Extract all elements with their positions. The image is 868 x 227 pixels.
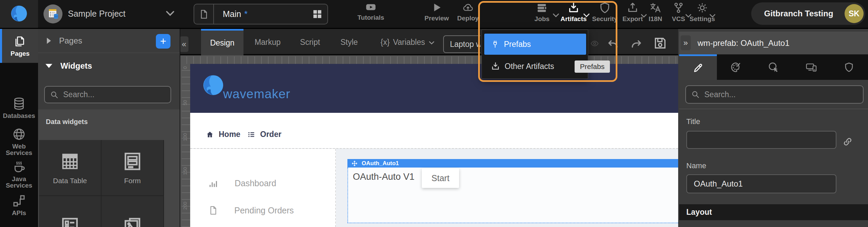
project-icon — [45, 6, 61, 22]
translate-icon — [649, 2, 662, 14]
properties-search-input[interactable]: Search... — [685, 85, 864, 104]
properties-panel: wm-prefab: OAuth_Auto1 » Search... Title… — [679, 29, 868, 227]
page-nav-bar: Home Order — [190, 113, 678, 148]
widget-search-input[interactable]: Search... — [44, 86, 171, 103]
tab-properties[interactable] — [679, 54, 717, 80]
vcs-button[interactable]: VCS — [668, 2, 689, 23]
tab-style[interactable]: Style — [337, 29, 361, 55]
widget-tile-form[interactable]: Form — [102, 140, 163, 195]
export-tray-icon — [627, 2, 638, 14]
ruler-number: 200 — [182, 202, 188, 210]
redo-icon[interactable] — [629, 37, 644, 50]
page-tab-main[interactable]: Main * — [194, 4, 328, 24]
save-icon[interactable] — [653, 36, 667, 50]
bind-link-icon[interactable] — [843, 137, 853, 147]
menu-item-pending-orders[interactable]: Pending Orders — [209, 205, 294, 215]
page-left-menu: Dashboard Pending Orders — [190, 149, 336, 227]
tab-design[interactable]: Design — [201, 29, 243, 55]
rail-item-java-services[interactable]: Java Services — [0, 160, 38, 189]
title-field-label: Title — [686, 117, 700, 126]
tab-styles[interactable] — [717, 54, 755, 80]
artifacts-button[interactable]: Artifacts — [559, 2, 589, 23]
top-toolbar: Sample Project Main * Tutorials Preview … — [0, 0, 868, 29]
rail-item-web-services[interactable]: Web Services — [0, 127, 38, 156]
undo-icon[interactable] — [606, 37, 620, 50]
project-name[interactable]: Sample Project — [68, 9, 126, 19]
expand-panel-button[interactable]: » — [681, 35, 691, 50]
list-icon — [59, 216, 80, 227]
page-layout-grid-icon[interactable] — [312, 9, 323, 19]
start-button[interactable]: Start — [422, 168, 459, 188]
rail-item-apis[interactable]: APIs — [0, 194, 38, 216]
settings-button[interactable]: Settings — [690, 2, 715, 23]
title-field[interactable] — [686, 131, 836, 149]
server-icon — [536, 2, 548, 14]
menu-item-dashboard[interactable]: Dashboard — [208, 178, 276, 188]
tab-markup[interactable]: Markup — [252, 29, 283, 55]
left-rail: Pages Databases Web Services Java Servic… — [0, 29, 38, 227]
tab-events[interactable] — [755, 54, 792, 80]
i18n-button[interactable]: I18N — [645, 2, 666, 23]
project-chevron-down-icon[interactable] — [165, 10, 175, 17]
menu-item-prefabs[interactable]: Prefabs — [484, 34, 586, 55]
eye-icon[interactable] — [590, 39, 599, 48]
wavemaker-studio: Sample Project Main * Tutorials Preview … — [0, 0, 868, 227]
menu-item-other-artifacts[interactable]: Other Artifacts — [484, 58, 586, 74]
widget-selection-label: OAuth_Auto1 — [362, 160, 399, 167]
wavemaker-logo[interactable] — [0, 0, 38, 28]
plug-icon — [491, 40, 499, 49]
wavemaker-wave-icon — [10, 4, 29, 23]
play-icon — [432, 2, 442, 13]
pencil-icon — [693, 63, 704, 73]
variables-x-icon: {x} — [380, 38, 390, 47]
widget-tile-data-table[interactable]: Data Table — [39, 140, 101, 195]
settings-chevron-down-icon[interactable] — [709, 14, 716, 18]
layout-section-header[interactable]: Layout — [679, 204, 868, 220]
prefab-content: OAuth-Auto V1 Start — [347, 168, 678, 223]
collapse-panel-button[interactable]: « — [180, 36, 188, 52]
tab-script[interactable]: Script — [296, 29, 324, 55]
caret-down-icon[interactable] — [46, 64, 52, 68]
add-page-button[interactable]: + — [156, 34, 170, 49]
search-icon — [691, 90, 700, 99]
deploy-button[interactable]: Deploy — [451, 2, 485, 22]
rail-item-pages[interactable]: Pages — [0, 29, 38, 63]
user-branch-pill[interactable]: Gitbranch Testing SK — [751, 2, 865, 25]
avatar[interactable]: SK — [845, 4, 864, 23]
prefabs-tooltip: Prefabs — [575, 60, 610, 73]
selected-prefab-widget[interactable]: OAuth_Auto1 OAuth-Auto V1 Start — [347, 159, 678, 223]
tab-variables[interactable]: {x} Variables — [374, 29, 441, 55]
wavemaker-wave-icon — [201, 69, 225, 102]
ruler-number: 50 — [182, 100, 188, 105]
ruler-number: 100 — [182, 133, 188, 141]
widget-tile-card[interactable] — [102, 196, 163, 227]
artifacts-chevron-down-icon[interactable] — [583, 13, 590, 18]
tab-devices[interactable] — [793, 54, 830, 80]
project-avatar[interactable] — [43, 4, 62, 23]
name-field[interactable] — [686, 174, 836, 193]
widget-selection-bar[interactable]: OAuth_Auto1 — [347, 159, 678, 168]
tutorials-button[interactable]: Tutorials — [354, 2, 388, 21]
api-nodes-icon — [12, 194, 26, 208]
page-doc-icon — [194, 4, 214, 24]
widgets-section-header[interactable]: Widgets — [38, 53, 180, 78]
export-button[interactable]: Export — [621, 2, 645, 23]
caret-right-icon[interactable] — [47, 38, 51, 44]
palette-icon — [730, 62, 742, 73]
widget-tile-list[interactable] — [39, 196, 101, 227]
jobs-button[interactable]: Jobs — [527, 2, 557, 23]
move-icon[interactable] — [351, 160, 358, 167]
security-button[interactable]: Security — [590, 2, 619, 23]
tab-security[interactable] — [830, 54, 868, 80]
ruler-number: 150 — [182, 167, 188, 175]
device-selector[interactable]: Laptop wi — [443, 35, 481, 53]
rail-item-databases[interactable]: Databases — [0, 97, 38, 119]
unsaved-marker: * — [244, 9, 248, 19]
selected-widget-title: wm-prefab: OAuth_Auto1 — [698, 38, 790, 48]
git-branch-icon — [673, 2, 684, 14]
nav-item-order[interactable]: Order — [247, 130, 282, 139]
document-icon — [209, 205, 218, 215]
download-tray-icon — [567, 2, 580, 14]
preview-button[interactable]: Preview — [420, 2, 454, 22]
nav-item-home[interactable]: Home — [206, 130, 240, 139]
